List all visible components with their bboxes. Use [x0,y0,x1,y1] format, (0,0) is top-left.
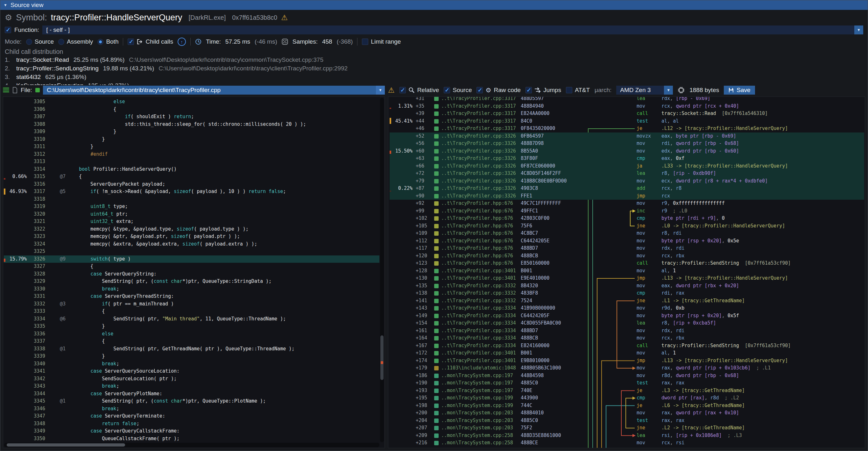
child-call-entry[interactable]: 4.KeSynchronizeExecution125 μs (0.27%) [5,82,863,85]
source-line[interactable]: 3312 #endif [4,151,379,158]
source-line[interactable]: 3325 [4,248,379,255]
function-combo-arrow-icon[interactable]: ▼ [854,26,863,34]
source-line[interactable]: 3339 } [4,353,379,360]
radio-both[interactable] [97,39,103,45]
asm-row[interactable]: +52..t\TracyProfiler.cpp:33260FB64597mov… [390,132,864,140]
source-line[interactable]: 3336 else [4,330,379,338]
collapse-icon[interactable]: ▼ [3,3,7,7]
asm-row[interactable]: +143..t\TracyProfiler.cpp:333441B90B0000… [390,304,864,312]
go-to-parent-button[interactable]: ↑ [178,38,186,46]
asm-row[interactable]: +216..mon\TracySystem.cpp:258488BCEmovrc… [390,439,864,447]
source-line[interactable]: 3331 case ServerQueryThreadString: [4,293,379,300]
asm-source-location[interactable]: ..mon\TracySystem.cpp:258 [441,432,521,440]
function-checkbox[interactable] [5,27,11,33]
asm-row[interactable]: +128..t\TracyProfiler.cpp:3401B001moval,… [390,267,864,275]
source-line[interactable]: 3343 break; [4,383,379,390]
asm-source-location[interactable]: ..t\TracyProfiler.hpp:676 [441,245,521,252]
asm-row[interactable]: +135..t\TracyProfiler.cpp:33328B4320move… [390,282,864,290]
radio-source[interactable] [26,39,32,45]
source-line[interactable]: 3316 ServerQueryPacket payload; [4,181,379,188]
asm-source-location[interactable]: ..mon\TracySystem.cpp:199 [441,394,521,402]
asm-source-location[interactable]: ..t\TracyProfiler.hpp:676 [441,200,521,207]
asm-source-location[interactable]: ..t\TracyProfiler.hpp:676 [441,260,521,267]
source-line[interactable]: 15.79%3326@9 switch( type ) [4,255,379,263]
asm-row[interactable]: +207..mon\TracySystem.cpp:20375F2jne.L2 … [390,424,864,432]
source-line[interactable]: 3320 uint64_t ptr; [4,211,379,218]
limit-range-checkbox[interactable] [362,38,368,45]
asm-row[interactable]: +179..1103\include\atomic:1048488B05B63C… [390,364,864,372]
asm-row[interactable]: +105..t\TracyProfiler.hpp:67675F6jne.L0 … [390,222,864,230]
asm-row[interactable]: +200..mon\TracySystem.cpp:203488B4010mov… [390,409,864,417]
limit-range-toggle[interactable]: Limit range [362,38,401,45]
att-syntax-toggle[interactable]: AT&T [566,87,590,94]
asm-row[interactable]: +46..t\TracyProfiler.cpp:33170F843502000… [390,125,864,132]
att-checkbox[interactable] [566,87,572,93]
source-line[interactable]: 3310 } [4,136,379,143]
uarch-combo-arrow-icon[interactable]: ▼ [664,86,673,95]
file-combo-arrow-icon[interactable]: ▼ [376,86,385,95]
asm-source-location[interactable]: ..t\TracyProfiler.hpp:676 [441,230,521,237]
source-line[interactable]: 3318 [4,196,379,203]
asm-row[interactable]: +164..t\TracyProfiler.cpp:3334488BCBmovr… [390,334,864,342]
asm-row[interactable]: +174..t\TracyProfiler.cpp:3401E9B8010000… [390,357,864,365]
asm-source-location[interactable]: ..t\TracyProfiler.cpp:3326 [441,132,521,140]
source-line[interactable]: 3308 std::this_thread::sleep_for( std::c… [4,121,379,128]
asm-source-location[interactable]: ..t\TracyProfiler.cpp:3326 [441,155,521,162]
source-line[interactable]: 3346 break; [4,405,379,413]
source-line[interactable]: 3350 QueueCallstackFrame( ptr ); [4,435,379,442]
asm-source-location[interactable]: ..t\TracyProfiler.cpp:3317 [441,96,521,102]
source-line[interactable]: 3322 memcpy( &type, &payload.type, sizeo… [4,226,379,233]
source-line[interactable]: 0.66%3315@7{ [4,173,379,181]
asm-source-location[interactable]: ..t\TracyProfiler.cpp:3334 [441,320,521,327]
asm-source-location[interactable]: ..t\TracyProfiler.cpp:3401 [441,275,521,282]
source-line[interactable]: 3345@1 SendString( ptr, (const char*)ptr… [4,397,379,405]
source-horizontal-scrollbar[interactable] [4,443,379,447]
source-line[interactable]: 46.93%3317@5 if( !m_sock->Read( &payload… [4,188,379,196]
asm-row[interactable]: +154..t\TracyProfiler.cpp:33344C8D055FBA… [390,320,864,327]
asm-source-location[interactable]: ..t\TracyProfiler.cpp:3326 [441,162,521,170]
source-line[interactable]: 3323 memcpy( &ptr, &payload.ptr, sizeof(… [4,233,379,240]
child-call-entry[interactable]: 1.tracy::Socket::Read25.25 ms (54.89%)C:… [5,56,863,65]
asm-source-location[interactable]: ..t\TracyProfiler.cpp:3334 [441,334,521,342]
asm-row[interactable]: +31..t\TracyProfiler.cpp:3317488D5597lea… [390,96,864,102]
asm-row[interactable]: +102..t\TracyProfiler.hpp:67642803C0F00c… [390,215,864,222]
asm-row[interactable]: +63..t\TracyProfiler.cpp:332683F80Fcmpea… [390,155,864,162]
asm-row[interactable]: +79..t\TracyProfiler.cpp:3326418B8C80E0B… [390,177,864,185]
file-combo[interactable]: C:\Users\wolf\Desktop\darkrl\contrib\tra… [43,86,385,95]
asm-source-location[interactable]: ..t\TracyProfiler.cpp:3326 [441,185,521,192]
asm-source-location[interactable]: ..t\TracyProfiler.hpp:676 [441,207,521,215]
asm-source-location[interactable]: ..1103\include\atomic:1048 [441,364,521,372]
asm-source-location[interactable]: ..t\TracyProfiler.cpp:3326 [441,177,521,185]
save-button[interactable]: Save [724,86,755,95]
asm-row[interactable]: +190..mon\TracySystem.cpp:1974885C0testr… [390,379,864,387]
source-vertical-scrollbar[interactable] [380,98,384,442]
asm-row[interactable]: +186..mon\TracySystem.cpp:197448B4598mov… [390,372,864,380]
asm-row[interactable]: +193..mon\TracySystem.cpp:197740Eje.L3 -… [390,387,864,395]
asm-source-location[interactable]: ..t\TracyProfiler.cpp:3334 [441,304,521,312]
asm-source-location[interactable]: ..t\TracyProfiler.cpp:3317 [441,118,521,125]
asm-row[interactable]: +198..mon\TracySystem.cpp:199744Cje.L6 -… [390,402,864,410]
asm-row[interactable]: +92..t\TracyProfiler.hpp:67649C7C1FFFFFF… [390,200,864,207]
asm-source-location[interactable]: ..t\TracyProfiler.cpp:3317 [441,110,521,118]
source-line[interactable]: 3328 case ServerQueryString: [4,270,379,278]
asm-row[interactable]: +167..t\TracyProfiler.cpp:3334E824160000… [390,342,864,350]
raw-code-checkbox[interactable] [476,87,483,93]
asm-row[interactable]: +56..t\TracyProfiler.cpp:3326488B7D98mov… [390,140,864,147]
source-line[interactable]: 3307 if( shouldExit ) return; [4,113,379,121]
source-checkbox[interactable] [444,87,450,93]
jumps-toggle[interactable]: Jumps [526,87,561,94]
asm-source-location[interactable]: ..t\TracyProfiler.cpp:3326 [441,192,521,200]
mode-radio-both[interactable]: Both [97,38,118,45]
asm-row[interactable]: +172..t\TracyProfiler.cpp:3401B001moval,… [390,350,864,357]
asm-row[interactable]: +204..mon\TracySystem.cpp:2034885C0testr… [390,417,864,425]
relative-toggle[interactable]: Relative [400,87,439,94]
asm-row[interactable]: +141..t\TracyProfiler.cpp:33327524jne.L1… [390,297,864,305]
uarch-combo[interactable]: AMD Zen 3 ▼ [616,86,673,95]
relative-checkbox[interactable] [400,87,406,93]
asm-row[interactable]: +90..t\TracyProfiler.cpp:3326FFE1jmprcx [390,192,864,200]
asm-source-location[interactable]: ..t\TracyProfiler.cpp:3332 [441,290,521,297]
scrollbar-thumb[interactable] [380,335,383,380]
asm-source-location[interactable]: ..t\TracyProfiler.hpp:676 [441,215,521,222]
asm-source-location[interactable]: ..t\TracyProfiler.hpp:676 [441,252,521,260]
asm-source-location[interactable]: ..mon\TracySystem.cpp:203 [441,417,521,425]
